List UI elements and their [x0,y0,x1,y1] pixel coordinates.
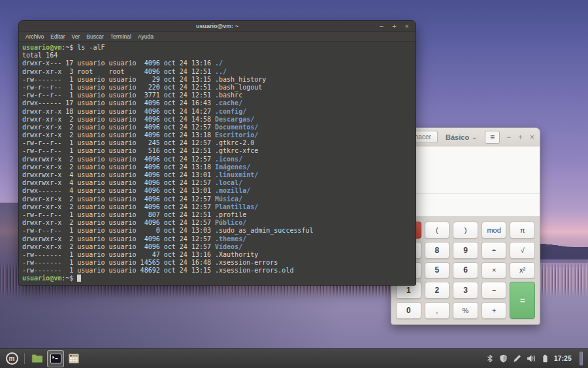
file-entry: drwxr-xr-x 2 usuario usuario 4096 oct 24… [22,203,416,211]
file-meta: drwxr-xr-x 2 usuario usuario 4096 oct 24… [22,163,215,171]
file-entry: drwx------ 17 usuario usuario 4096 oct 2… [22,99,416,107]
calc-key-−[interactable]: − [482,282,507,299]
file-entry: -rw-r--r-- 1 usuario usuario 3771 oct 24… [22,92,416,99]
calculator-close-button[interactable]: × [530,133,534,141]
file-name: .bash_logout [215,84,262,91]
calc-key-8[interactable]: 8 [425,242,450,259]
terminal-titlebar[interactable]: usuario@vm: ~ −+× [19,21,416,32]
file-name: Vídeos/ [215,243,242,250]
calculator-maximize-button[interactable]: + [518,133,523,141]
file-entry: drwxr-xr-x 2 usuario usuario 4096 oct 24… [22,195,416,203]
clock[interactable]: 17:25 [554,355,572,362]
calc-key-3[interactable]: 3 [453,282,478,299]
taskbar-separator [24,353,25,364]
file-entry: -rw-r--r-- 1 usuario usuario 516 oct 24 … [22,147,416,155]
calc-key-)[interactable]: ) [453,222,478,239]
bluetooth-icon[interactable] [486,354,494,363]
calculator-launcher[interactable] [65,350,82,367]
file-name: .Xauthority [215,251,258,258]
terminal-icon [50,354,61,363]
calc-key-×[interactable]: × [482,262,507,279]
file-meta: drwxr-xr-x 3 root root 4096 oct 24 12:51 [22,68,215,75]
file-meta: drwxr-x--- 17 usuario usuario 4096 oct 2… [22,59,215,67]
calc-key-÷[interactable]: ÷ [482,242,507,259]
hamburger-menu-button[interactable]: ≡ [485,131,500,144]
calculator-minimize-button[interactable]: − [506,133,511,141]
file-meta: drwx------ 17 usuario usuario 4096 oct 2… [22,99,215,107]
menu-ver[interactable]: Ver [69,33,84,40]
show-desktop-button[interactable] [580,352,583,365]
calc-key-,[interactable]: , [425,302,450,319]
calc-key-√[interactable]: √ [510,242,535,259]
file-name: Imágenes/ [215,163,250,171]
terminal-window-title: usuario@vm: ~ [19,23,416,29]
file-entry: -rw------- 1 usuario usuario 29 oct 24 1… [22,76,416,84]
file-meta: -rw-r--r-- 1 usuario usuario 3771 oct 24… [22,92,215,99]
file-name: Documentos/ [215,124,258,131]
file-meta: drwxrwxr-x 2 usuario usuario 4096 oct 24… [22,156,215,163]
file-name: .themes/ [215,235,246,243]
shield-icon[interactable] [499,354,508,363]
menu-terminal[interactable]: Terminal [107,33,135,40]
mode-dropdown[interactable]: Básico ⌄ [446,133,477,141]
file-name: Música/ [215,195,242,203]
battery-icon[interactable] [542,354,549,363]
calc-key-x²[interactable]: x² [510,262,535,279]
chevron-down-icon: ⌄ [472,134,477,141]
file-name: .cache/ [215,99,242,107]
calc-key-+[interactable]: + [482,302,507,319]
total-text: total 164 [22,52,57,59]
mint-menu-button[interactable]: m [3,350,20,367]
file-meta: -rw-r--r-- 1 usuario usuario 220 oct 24 … [22,84,215,91]
file-meta: -rw-r--r-- 1 usuario usuario 0 oct 24 13… [22,227,215,234]
file-entry: drwxr-xr-x 3 root root 4096 oct 24 12:51… [22,68,416,76]
file-entry: drwxr-xr-x 2 usuario usuario 4096 oct 24… [22,131,416,139]
volume-icon[interactable] [527,354,536,363]
file-name: .config/ [215,108,246,115]
file-entry: drwxr-xr-x 2 usuario usuario 4096 oct 24… [22,243,416,251]
calc-key-0[interactable]: 0 [396,302,421,319]
terminal-maximize-button[interactable]: + [392,22,396,31]
file-name: .profile [215,211,246,218]
file-name: .local/ [215,179,242,186]
menu-ayuda[interactable]: Ayuda [135,33,157,40]
calc-key-5[interactable]: 5 [425,262,450,279]
file-name: ../ [215,68,227,75]
calc-key-π[interactable]: π [510,222,535,239]
file-entry: drwxr-xr-x 2 usuario usuario 4096 oct 24… [22,163,416,171]
calc-key-%[interactable]: % [453,302,478,319]
file-meta: -rw------- 1 usuario usuario 48692 oct 2… [22,267,215,274]
calc-key-mod[interactable]: mod [482,222,507,239]
calc-key-=[interactable]: = [510,282,535,319]
terminal-output[interactable]: usuario@vm:~$ ls -alFtotal 164drwxr-x---… [19,42,416,283]
system-tray: 17:25 [486,352,585,365]
file-entry: drwxr-xr-x 2 usuario usuario 4096 oct 24… [22,116,416,124]
menu-archivo[interactable]: Archivo [22,33,47,40]
file-name: .gtkrc-2.0 [215,139,254,146]
file-manager-launcher[interactable] [29,350,46,367]
file-name: .bashrc [215,92,242,99]
terminal-menubar: ArchivoEditarVerBuscarTerminalAyuda [19,32,416,42]
mint-logo-icon: m [6,352,18,365]
calc-key-([interactable]: ( [425,222,450,239]
terminal-window-controls: −+× [380,22,409,31]
calc-key-9[interactable]: 9 [453,242,478,259]
file-name: .sudo_as_admin_successful [215,227,314,234]
file-name: Escritorio/ [215,131,258,139]
file-meta: drwxr-xr-x 2 usuario usuario 4096 oct 24… [22,116,215,123]
terminal-launcher[interactable] [47,350,64,367]
file-meta: -rw------- 1 usuario usuario 47 oct 24 1… [22,251,215,258]
calc-key-2[interactable]: 2 [425,282,450,299]
pen-icon[interactable] [513,354,521,363]
file-meta: drwxrwxr-x 4 usuario usuario 4096 oct 24… [22,171,215,178]
terminal-close-button[interactable]: × [405,22,409,31]
menu-buscar[interactable]: Buscar [83,33,106,40]
file-name: .xsession-errors [215,259,278,266]
file-entry: drwxr-xr-x 2 usuario usuario 4096 oct 24… [22,124,416,131]
calc-key-6[interactable]: 6 [453,262,478,279]
file-meta: -rw------- 1 usuario usuario 29 oct 24 1… [22,76,215,83]
file-name: .mozilla/ [215,187,250,194]
menu-editar[interactable]: Editar [47,33,68,40]
terminal-minimize-button[interactable]: − [380,22,384,31]
file-meta: -rw-r--r-- 1 usuario usuario 516 oct 24 … [22,147,215,154]
